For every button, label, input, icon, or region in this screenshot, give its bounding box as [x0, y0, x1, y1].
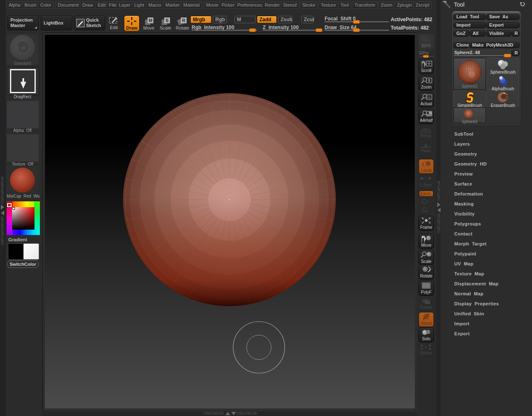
svg-text:Y: Y	[426, 200, 429, 204]
svg-text:XYZ: XYZ	[423, 192, 431, 196]
svg-text:x1: x1	[427, 96, 431, 99]
svg-text:z: z	[426, 208, 428, 213]
